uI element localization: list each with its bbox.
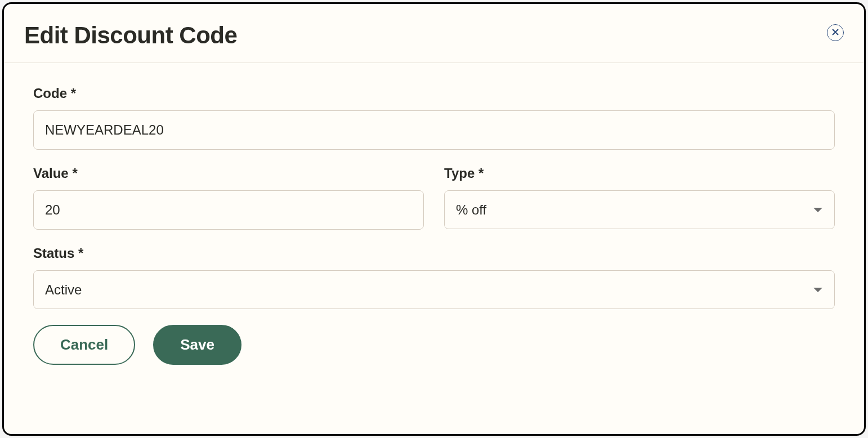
edit-discount-modal: Edit Discount Code Code * Value * Type * xyxy=(2,2,866,436)
type-field-group: Type * % off xyxy=(444,166,835,230)
code-input[interactable] xyxy=(33,110,835,150)
code-field-group: Code * xyxy=(33,86,835,150)
type-label: Type * xyxy=(444,166,835,181)
modal-actions: Cancel Save xyxy=(33,325,835,365)
cancel-button[interactable]: Cancel xyxy=(33,325,135,365)
save-button[interactable]: Save xyxy=(153,325,241,365)
code-label: Code * xyxy=(33,86,835,101)
status-select[interactable]: Active xyxy=(33,270,835,309)
value-field-group: Value * xyxy=(33,166,424,230)
value-label: Value * xyxy=(33,166,424,181)
modal-body: Code * Value * Type * % off xyxy=(4,63,864,434)
close-button[interactable] xyxy=(827,24,844,41)
status-field-group: Status * Active xyxy=(33,245,835,309)
status-select-wrap: Active xyxy=(33,270,835,309)
modal-header: Edit Discount Code xyxy=(4,4,864,63)
value-input[interactable] xyxy=(33,190,424,230)
value-type-row: Value * Type * % off xyxy=(33,166,835,245)
type-select[interactable]: % off xyxy=(444,190,835,229)
status-label: Status * xyxy=(33,245,835,261)
modal-title: Edit Discount Code xyxy=(24,22,237,49)
type-select-wrap: % off xyxy=(444,190,835,229)
close-icon xyxy=(831,28,839,38)
